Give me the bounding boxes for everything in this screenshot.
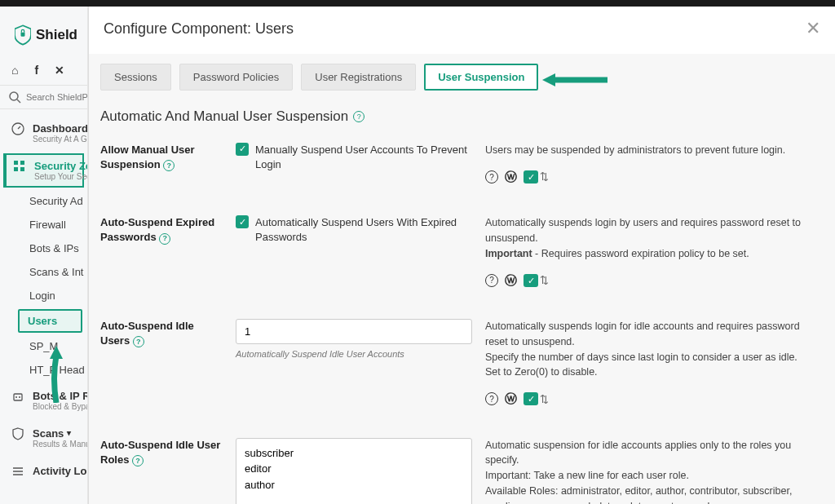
label-expired: Auto-Suspend Expired Passwords ? [100,215,223,245]
config-modal: Configure Component: Users ✕ Sessions Pa… [88,7,835,504]
desc-manual: Users may be suspended by administrators… [485,143,824,158]
search-input[interactable] [26,92,88,102]
tab-password-policies[interactable]: Password Policies [179,64,294,91]
sidebar-sub-login[interactable]: Login [0,284,87,307]
social-icons: ⌂ f ✕ [0,57,87,85]
sidebar-item-activity-logs[interactable]: Activity Logs [0,457,87,486]
help-icon[interactable]: ? [159,233,170,245]
checkbox-manual[interactable]: ✓Manually Suspend User Accounts To Preve… [236,143,472,172]
desc-expired-2: Important - Requires password expiration… [485,246,824,262]
svg-line-2 [17,99,20,103]
sidebar-item-scans[interactable]: Scans ▴Results & Manual [0,419,87,457]
facebook-icon[interactable]: f [34,64,38,77]
desc-idle-1: Automatically suspends login for idle ac… [485,319,824,350]
svg-marker-16 [542,73,555,86]
svg-rect-6 [20,161,24,165]
toggle-switch[interactable]: ✓⇅ [524,391,549,408]
svg-point-10 [15,396,17,398]
desc-roles-3: Available Roles: administrator, editor, … [485,484,824,504]
hint-idle-users: Automatically Suspend Idle User Accounts [236,349,472,359]
sidebar-sub-users[interactable]: Users [18,309,82,333]
wordpress-icon[interactable]: ⓦ [505,272,517,290]
checkbox-checked-icon: ✓ [236,143,249,156]
grid-icon [13,160,26,173]
row-idle-roles: Auto-Suspend Idle User Roles ? ⋰ Apply A… [100,438,824,505]
search-icon [8,91,21,104]
svg-line-4 [18,126,20,129]
tab-user-registrations[interactable]: User Registrations [301,64,416,91]
sidebar-sub-spam[interactable]: SP_M [0,334,87,358]
tabs: Sessions Password Policies User Registra… [100,64,824,91]
help-icon[interactable]: ? [353,111,364,122]
row-manual-suspension: Allow Manual User Suspension ? ✓Manually… [100,143,824,186]
robot-icon [11,390,24,403]
svg-rect-5 [14,161,18,165]
sidebar-sub-firewall[interactable]: Firewall [0,213,87,237]
help-icon[interactable]: ? [163,160,175,171]
row-idle-users: Auto-Suspend Idle Users ? Automatically … [100,319,824,409]
desc-roles-1: Automatic suspension for idle accounts a… [485,438,824,469]
shield-outline-icon [11,427,24,440]
checkbox-checked-icon: ✓ [236,215,249,228]
search-row[interactable] [0,85,87,109]
help-icon[interactable]: ? [133,336,144,347]
modal-title: Configure Component: Users [104,20,294,38]
home-icon[interactable]: ⌂ [11,64,18,77]
help-icon[interactable]: ? [132,455,144,466]
sidebar-sub-http-headers[interactable]: HT_P Head [0,358,87,382]
label-idle-roles: Auto-Suspend Idle User Roles ? [100,438,223,467]
help-circle-icon[interactable]: ? [485,392,498,405]
desc-roles-2: Important: Take a new line for each user… [485,468,824,484]
x-icon[interactable]: ✕ [55,64,64,77]
sidebar-sub-bots-ips[interactable]: Bots & IPs [0,237,87,260]
list-icon [11,465,24,478]
sidebar-sub-scans-int[interactable]: Scans & Int [0,260,87,284]
wordpress-icon[interactable]: ⓦ [505,390,517,409]
sidebar: Shield ⌂ f ✕ DashboardSecurity At A Glan… [0,7,88,504]
brand-name: Shield [36,27,77,43]
label-manual: Allow Manual User Suspension ? [100,143,223,172]
checkbox-expired[interactable]: ✓Automatically Suspend Users With Expire… [236,215,472,245]
desc-idle-2: Specify the number of days since last lo… [485,350,824,365]
textarea-idle-roles[interactable] [236,438,472,505]
wordpress-icon[interactable]: ⓦ [505,168,517,187]
desc-expired-1: Automatically suspends login by users an… [485,215,824,246]
row-expired-passwords: Auto-Suspend Expired Passwords ? ✓Automa… [100,215,824,290]
svg-point-1 [10,92,18,100]
sidebar-item-dashboard[interactable]: DashboardSecurity At A Glan [0,114,87,152]
help-circle-icon[interactable]: ? [485,170,498,183]
annotation-arrow-icon [542,72,607,88]
toggle-switch[interactable]: ✓⇅ [524,272,549,289]
tab-user-suspension[interactable]: User Suspension [424,64,538,91]
tab-sessions[interactable]: Sessions [100,64,171,91]
input-idle-days[interactable] [236,319,472,344]
desc-idle-3: Set to Zero(0) to disable. [485,365,824,380]
toggle-switch[interactable]: ✓⇅ [524,169,549,185]
gauge-icon [11,122,24,135]
sidebar-item-bots-rules[interactable]: Bots & IP RuBlocked & Bypass [0,382,87,419]
svg-rect-0 [20,33,24,37]
close-icon[interactable]: ✕ [806,18,820,39]
svg-rect-9 [14,394,22,400]
svg-rect-7 [14,167,18,171]
label-idle-users: Auto-Suspend Idle Users ? [100,319,223,348]
shield-icon [15,24,31,46]
brand-logo: Shield [0,7,87,57]
sidebar-item-security-zones[interactable]: Security ZoSetup Your Securi [3,153,84,188]
help-circle-icon[interactable]: ? [485,274,498,287]
sidebar-sub-security-admin[interactable]: Security Ad [0,189,87,213]
svg-point-11 [19,396,20,398]
svg-rect-8 [20,167,24,171]
section-title: Automatic And Manual User Suspension ? [100,108,824,125]
